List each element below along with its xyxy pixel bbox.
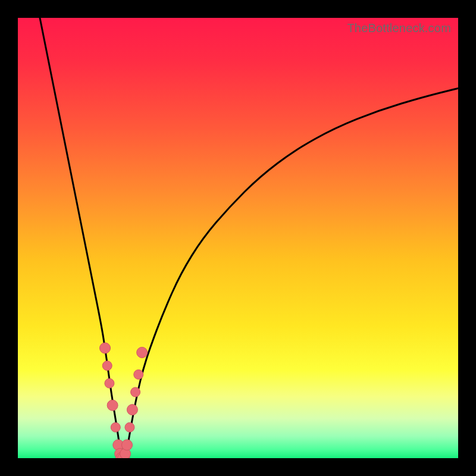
highlight-marker — [111, 422, 120, 432]
curve-left-branch — [40, 18, 121, 458]
highlight-marker — [107, 400, 118, 411]
highlight-marker — [137, 347, 148, 358]
highlight-marker — [131, 387, 140, 397]
highlight-marker — [127, 405, 137, 415]
outer-black-frame: TheBottleneck.com — [0, 0, 476, 476]
highlight-marker — [125, 422, 134, 432]
plot-area: TheBottleneck.com — [18, 18, 458, 458]
watermark-text: TheBottleneck.com — [347, 21, 451, 35]
highlight-marker — [102, 361, 112, 371]
highlight-marker — [105, 378, 114, 388]
highlight-marker — [122, 440, 133, 450]
curve-layer — [18, 18, 458, 458]
highlight-marker — [134, 369, 143, 379]
curve-right-branch — [126, 88, 458, 458]
highlight-marker — [100, 343, 111, 353]
